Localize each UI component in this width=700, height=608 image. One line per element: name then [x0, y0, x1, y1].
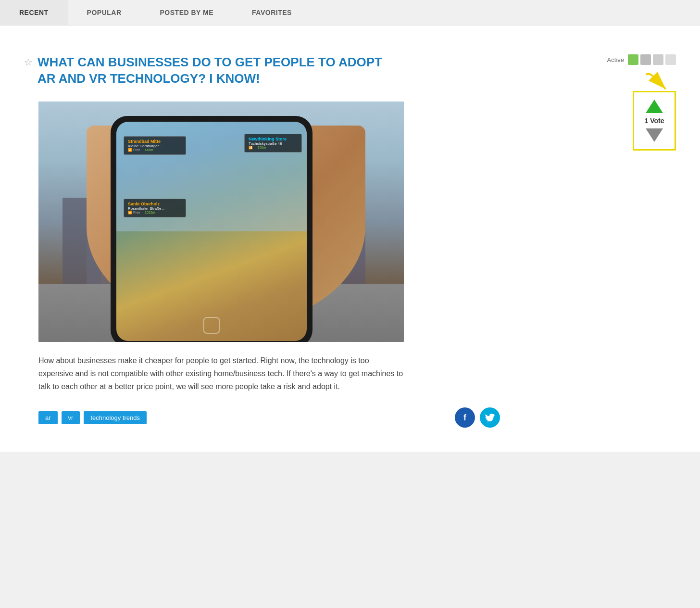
article-body: How about businesses make it cheaper for…: [38, 354, 404, 393]
article-header: ☆ WHAT CAN BUSINESSES DO TO GET PEOPLE T…: [24, 54, 676, 87]
twitter-share-button[interactable]: [480, 407, 500, 428]
active-label: Active: [607, 56, 624, 63]
arrow-annotation: [642, 70, 671, 96]
tag-ar[interactable]: ar: [38, 411, 58, 424]
article-footer: ar vr technology trends f: [38, 407, 500, 428]
active-dots: [628, 54, 676, 65]
tab-favorites[interactable]: FAVORITES: [233, 0, 311, 25]
tags-container: ar vr technology trends: [38, 411, 147, 424]
tag-technology-trends[interactable]: technology trends: [84, 411, 147, 424]
tab-popular[interactable]: POPULAR: [68, 0, 141, 25]
favorite-star-icon[interactable]: ☆: [24, 56, 33, 68]
article-image: Strandbad Mitte Kleine Hamburger .. 📶 Fr…: [38, 101, 404, 342]
article-title: WHAT CAN BUSINESSES DO TO GET PEOPLE TO …: [38, 54, 384, 87]
main-content: Active 1 Vote: [0, 25, 700, 452]
tab-posted-by-me[interactable]: POSTED BY ME: [141, 0, 233, 25]
active-section: Active: [607, 54, 676, 65]
active-dot-4: [665, 54, 676, 65]
facebook-share-button[interactable]: f: [455, 407, 475, 428]
active-dot-2: [640, 54, 651, 65]
vote-count: 1 Vote: [645, 117, 664, 125]
vote-up-button[interactable]: [646, 100, 663, 113]
active-dot-3: [653, 54, 663, 65]
social-icons: f: [455, 407, 500, 428]
vote-down-button[interactable]: [646, 128, 663, 142]
right-panel: Active 1 Vote: [607, 54, 676, 151]
vote-box: 1 Vote: [633, 91, 676, 151]
tag-vr[interactable]: vr: [62, 411, 80, 424]
article-image-container: Strandbad Mitte Kleine Hamburger .. 📶 Fr…: [38, 101, 404, 342]
navigation-tabs: RECENT POPULAR POSTED BY ME FAVORITES: [0, 0, 700, 25]
tab-recent[interactable]: RECENT: [0, 0, 68, 25]
active-dot-1: [628, 54, 638, 65]
